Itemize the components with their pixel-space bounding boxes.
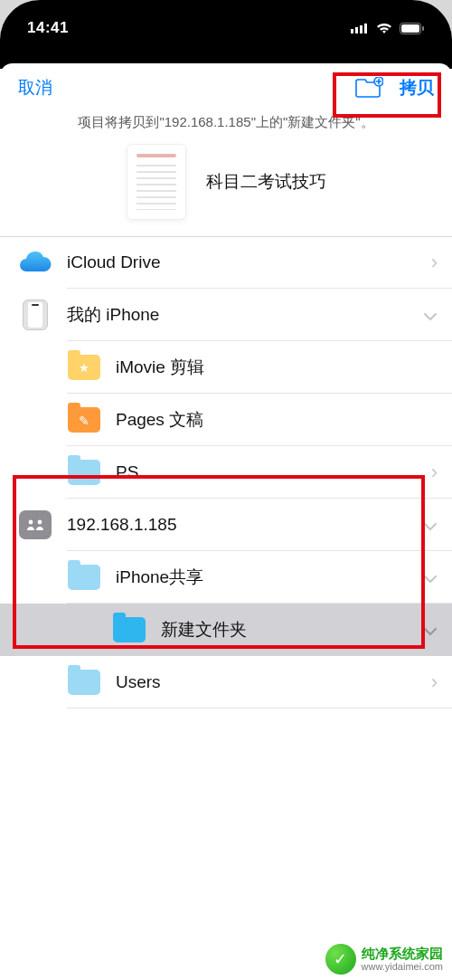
svg-rect-0 [351,29,353,33]
status-time: 14:41 [27,19,69,37]
new-folder-icon [354,77,383,99]
folder-imovie[interactable]: ★ iMovie 剪辑 [0,341,452,394]
destination-info: 项目将拷贝到"192.168.1.185"上的"新建文件夹"。 [0,110,452,144]
row-label: PS [116,462,431,482]
svg-rect-6 [422,26,424,31]
row-label: 192.168.1.185 [67,515,423,535]
document-thumbnail [127,144,186,220]
svg-point-10 [38,520,42,525]
icloud-icon [19,252,52,273]
folder-icon [68,565,100,590]
chevron-down-icon [423,618,438,642]
status-icons [351,23,425,34]
row-label: iPhone共享 [116,566,423,589]
document-preview: 科目二考试技巧 [0,144,452,236]
folder-icon: ✎ [68,407,100,433]
wifi-icon [376,23,392,34]
new-folder-button[interactable] [354,77,383,99]
svg-rect-1 [355,27,358,33]
copy-button[interactable]: 拷贝 [400,76,434,100]
chevron-right-icon: › [431,461,438,484]
iphone-icon [23,300,48,330]
watermark-title: 纯净系统家园 [362,947,443,962]
folder-pages[interactable]: ✎ Pages 文稿 [0,394,452,446]
svg-point-9 [29,520,33,525]
svg-rect-5 [401,24,419,33]
row-label: 我的 iPhone [67,303,423,327]
watermark: ✓ 纯净系统家园 www.yidaimei.com [325,944,443,975]
folder-ps[interactable]: PS › [0,446,452,499]
cancel-button[interactable]: 取消 [18,76,52,100]
server-icon [19,510,52,539]
chevron-down-icon [423,566,438,589]
folder-icon [68,670,100,695]
location-server[interactable]: 192.168.1.185 [0,499,452,551]
document-title: 科目二考试技巧 [206,170,326,194]
battery-icon [400,23,425,34]
cellular-icon [351,23,369,33]
status-bar: 14:41 [0,0,452,56]
folder-icon: ★ [68,355,100,380]
watermark-url: www.yidaimei.com [362,961,443,972]
row-label: Pages 文稿 [116,408,438,432]
chevron-down-icon [423,303,438,327]
location-my-iphone[interactable]: 我的 iPhone [0,289,452,341]
folder-users[interactable]: Users › [0,656,452,709]
row-label: Users [116,672,431,692]
location-list: iCloud Drive › 我的 iPhone ★ iMovie 剪辑 ✎ P… [0,236,452,709]
watermark-logo: ✓ [325,944,356,975]
location-icloud-drive[interactable]: iCloud Drive › [0,236,452,289]
folder-iphone-share[interactable]: iPhone共享 [0,551,452,604]
chevron-right-icon: › [431,251,438,274]
chevron-down-icon [423,513,438,537]
copy-sheet: 取消 拷贝 项目将拷贝到"192.168.1.185"上的"新建文件夹"。 科目… [0,63,452,980]
folder-icon [113,617,146,642]
row-label: iCloud Drive [67,252,431,272]
row-label: iMovie 剪辑 [116,356,438,379]
folder-icon [68,460,100,485]
row-label: 新建文件夹 [161,618,423,642]
chevron-right-icon: › [431,671,438,694]
svg-rect-3 [364,24,367,33]
svg-rect-2 [360,25,363,33]
folder-new-folder-selected[interactable]: 新建文件夹 [0,604,452,656]
